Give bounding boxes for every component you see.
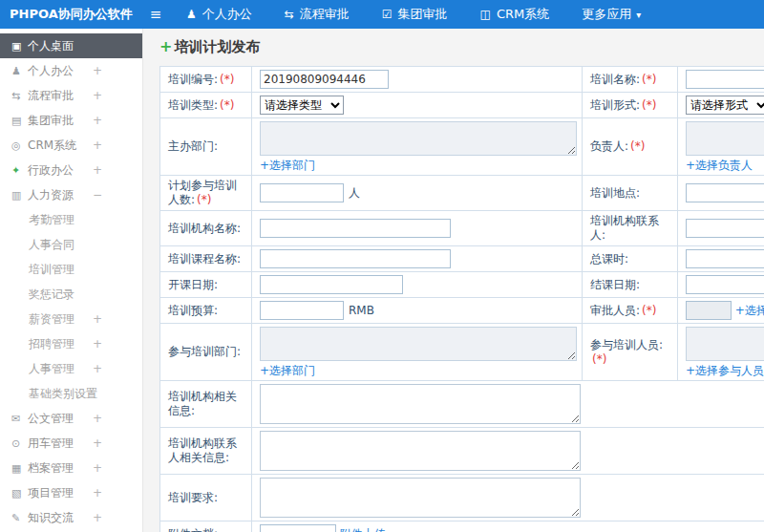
org-info-textarea[interactable]	[260, 384, 581, 424]
org-contact-input[interactable]	[686, 219, 764, 238]
join-dept-textarea[interactable]	[260, 327, 577, 361]
person-icon: ♟	[186, 8, 197, 21]
sidebar-item-label: 基础类别设置	[29, 387, 97, 400]
form-row: 计划参与培训人数:(*) 人 培训地点:	[160, 176, 764, 211]
approver-input[interactable]	[686, 301, 732, 320]
sidebar-item-label: 知识交流	[28, 511, 74, 524]
required-mark: (*)	[630, 139, 645, 153]
select-leader-link[interactable]: +选择负责人	[686, 159, 753, 172]
sidebar-item-hr-contract[interactable]: 人事合同	[0, 232, 142, 257]
sidebar-item-training[interactable]: 培训管理	[0, 257, 142, 282]
field-cell: 请选择类型	[252, 93, 583, 118]
select-join-dept-link[interactable]: +选择部门	[260, 364, 315, 377]
field-cell	[252, 475, 764, 521]
field-cell: 请选择形式	[678, 93, 764, 118]
field-label: 培训类型:(*)	[160, 93, 252, 118]
plus-icon: +	[93, 505, 102, 530]
training-name-input[interactable]	[686, 70, 764, 89]
org-contact-info-textarea[interactable]	[260, 431, 581, 471]
nav-item-group-approval[interactable]: ☑ 集团审批	[366, 0, 464, 29]
sidebar-item-rewards[interactable]: 奖惩记录	[0, 282, 142, 307]
sidebar-item-attendance[interactable]: 考勤管理	[0, 207, 142, 232]
total-hours-input[interactable]	[686, 249, 764, 268]
field-cell	[252, 211, 583, 246]
end-date-input[interactable]	[686, 275, 764, 294]
sidebar-item-personal-office[interactable]: ♟个人办公 +	[0, 58, 142, 83]
nav-item-more-apps[interactable]: 更多应用 ▾	[565, 0, 657, 29]
field-cell: +选择部门	[252, 324, 583, 381]
vehicle-icon: ⊙	[11, 432, 28, 457]
required-mark: (*)	[642, 304, 656, 317]
field-label: 培训预算:	[160, 298, 252, 324]
sidebar-item-workflow[interactable]: ⇆流程审批 +	[0, 83, 142, 108]
sidebar-item-desktop[interactable]: ▣个人桌面	[0, 33, 142, 58]
sidebar-item-admin-office[interactable]: ✦行政办公 +	[0, 158, 142, 182]
training-mode-select[interactable]: 请选择形式	[686, 96, 764, 115]
sidebar-item-label: 考勤管理	[29, 213, 74, 226]
sidebar-item-label: 个人办公	[28, 64, 74, 77]
required-mark: (*)	[592, 352, 606, 366]
sidebar-item-documents[interactable]: ✉公文管理 +	[0, 406, 142, 431]
sidebar-item-label: 人力资源	[28, 188, 74, 202]
field-cell: +选择参与人员	[678, 324, 764, 381]
org-name-input[interactable]	[260, 219, 451, 238]
leader-textarea[interactable]	[686, 121, 764, 156]
form-row: 培训机构名称: 培训机构联系人:	[160, 211, 764, 246]
course-name-input[interactable]	[260, 249, 451, 268]
sidebar-item-vehicle[interactable]: ⊙用车管理 +	[0, 431, 142, 456]
sidebar-item-label: 培训管理	[29, 263, 74, 276]
training-code-input[interactable]	[260, 70, 389, 89]
start-date-input[interactable]	[260, 275, 403, 294]
select-join-people-link[interactable]: +选择参与人员	[686, 364, 764, 377]
sidebar-item-label: 行政办公	[28, 163, 74, 177]
sidebar-item-crm[interactable]: ◎CRM系统 +	[0, 133, 142, 158]
sidebar-item-hr[interactable]: ▥人力资源 −	[0, 182, 142, 207]
sidebar-item-salary[interactable]: 薪资管理 +	[0, 307, 142, 331]
field-label: 总课时:	[583, 246, 678, 272]
planned-count-input[interactable]	[260, 183, 344, 202]
form-row: 培训要求:	[160, 475, 764, 521]
field-label: 培训要求:	[160, 475, 252, 521]
plus-icon: +	[93, 83, 102, 108]
sidebar-item-projects[interactable]: ▧项目管理 +	[0, 480, 142, 505]
field-label: 培训课程名称:	[160, 246, 252, 272]
sidebar-item-recruitment[interactable]: 招聘管理 +	[0, 331, 142, 356]
required-mark: (*)	[197, 193, 211, 206]
budget-input[interactable]	[260, 301, 344, 320]
field-label: 参与培训部门:	[160, 324, 252, 381]
field-label: 审批人员:(*)	[583, 298, 678, 324]
select-host-dept-link[interactable]: +选择部门	[260, 159, 315, 172]
requirements-textarea[interactable]	[260, 478, 581, 518]
select-approver-link[interactable]: +选择审批人员	[735, 304, 764, 317]
form-row: 培训机构相关信息:	[160, 381, 764, 428]
sidebar-item-base-category[interactable]: 基础类别设置	[0, 381, 142, 406]
nav-label: 流程审批	[300, 6, 350, 23]
nav-item-workflow-approval[interactable]: ⇆ 流程审批	[268, 0, 366, 29]
field-cell: 附件上传	[252, 521, 764, 532]
sidebar-item-archives[interactable]: ▦档案管理 +	[0, 456, 142, 480]
sidebar-item-group-approval[interactable]: ▤集团审批 +	[0, 108, 142, 133]
field-label: 负责人:(*)	[583, 118, 678, 176]
workflow-icon: ⇆	[11, 84, 28, 109]
hamburger-menu-icon[interactable]: ≡	[141, 6, 170, 23]
attachment-input[interactable]	[260, 524, 336, 532]
host-dept-textarea[interactable]	[260, 121, 577, 156]
sidebar-item-label: 招聘管理	[29, 337, 74, 351]
field-label: 参与培训人员:(*)	[583, 324, 678, 381]
person-icon: ♟	[11, 59, 28, 84]
form-row: 培训编号:(*) 培训名称:(*)	[160, 67, 764, 93]
plus-icon: +	[93, 331, 102, 356]
nav-item-personal-office[interactable]: ♟ 个人办公	[170, 0, 268, 29]
hr-icon: ▥	[11, 183, 28, 208]
sidebar-item-knowledge[interactable]: ✎知识交流 +	[0, 505, 142, 530]
field-cell	[252, 272, 583, 298]
sidebar-item-personnel[interactable]: 人事管理 +	[0, 356, 142, 381]
join-people-textarea[interactable]	[686, 327, 764, 361]
training-type-select[interactable]: 请选择类型	[260, 96, 344, 115]
nav-item-crm[interactable]: ◫ CRM系统	[464, 0, 566, 29]
plus-icon: +	[93, 406, 102, 431]
location-input[interactable]	[686, 183, 764, 202]
attachment-upload-link[interactable]: 附件上传	[340, 527, 386, 532]
field-cell	[252, 67, 583, 93]
page-title: +培训计划发布	[159, 37, 764, 56]
